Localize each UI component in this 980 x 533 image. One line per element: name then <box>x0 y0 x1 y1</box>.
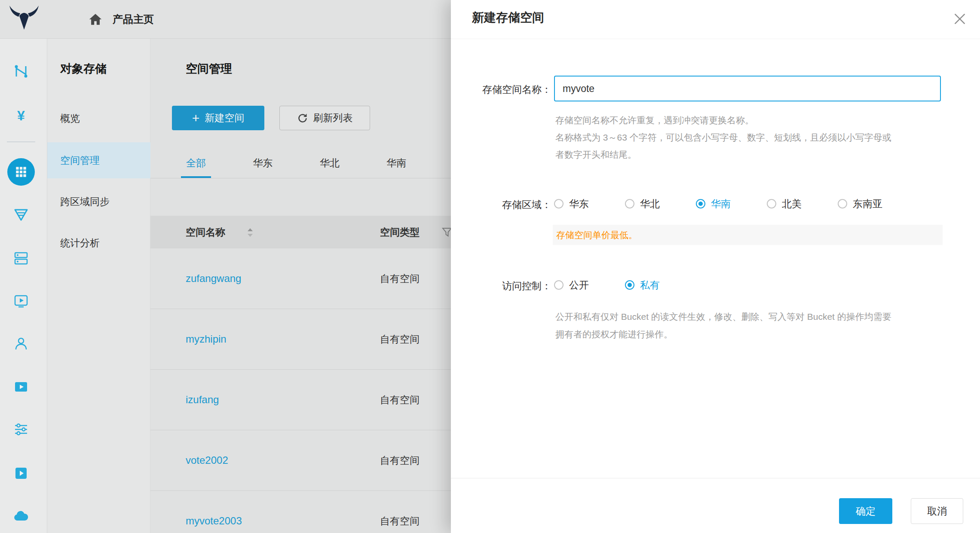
column-header-space-type: 空间类型 <box>380 216 420 248</box>
storage-grid-icon[interactable] <box>7 158 35 186</box>
drawer-footer-divider <box>451 478 980 478</box>
radio-region-north-america[interactable]: 北美 <box>767 197 802 211</box>
radio-icon <box>554 280 564 290</box>
radio-icon <box>625 199 634 208</box>
radio-icon <box>838 199 847 208</box>
bucket-name-input[interactable] <box>554 76 941 101</box>
refresh-list-button[interactable]: 刷新列表 <box>279 106 370 130</box>
refresh-icon <box>297 113 308 124</box>
plus-icon: + <box>192 112 200 125</box>
column-header-space-name: 空间名称 <box>186 216 225 248</box>
region-radio-group: 华东 华北 华南 北美 东南亚 <box>554 197 919 210</box>
bucket-name-link[interactable]: zufangwang <box>186 248 241 309</box>
equalizer-icon[interactable] <box>12 421 30 438</box>
page-title: 空间管理 <box>186 61 232 77</box>
bucket-name-link[interactable]: izufang <box>186 370 219 430</box>
cloud-icon[interactable] <box>12 507 30 524</box>
radio-icon <box>554 199 564 208</box>
avatar-icon[interactable] <box>12 335 30 352</box>
drawer-title: 新建存储空间 <box>472 9 544 26</box>
bucket-type-cell: 自有空间 <box>380 248 420 309</box>
radio-region-south[interactable]: 华南 <box>696 197 731 211</box>
sidebar-item-overview[interactable]: 概览 <box>47 100 150 136</box>
tab-east-china[interactable]: 华东 <box>248 153 278 178</box>
radio-icon <box>696 199 705 208</box>
bucket-type-cell: 自有空间 <box>380 491 420 533</box>
sort-icon[interactable] <box>246 227 254 238</box>
new-space-button[interactable]: + 新建空间 <box>172 106 264 130</box>
tab-all[interactable]: 全部 <box>181 153 211 178</box>
access-control-label: 访问控制： <box>451 279 551 293</box>
product-icon-rail: ¥ <box>0 39 47 533</box>
streaming-triangle-icon[interactable] <box>12 206 30 223</box>
shelves-icon[interactable] <box>12 250 30 267</box>
bucket-name-link[interactable]: myvote2003 <box>186 491 242 533</box>
product-home-link[interactable]: 产品主页 <box>113 0 154 39</box>
cdn-icon[interactable] <box>12 63 30 80</box>
create-bucket-drawer: 新建存储空间 存储空间名称： 存储空间名称不允许重复，遇到冲突请更换名称。 名称… <box>451 0 980 533</box>
radio-region-southeast-asia[interactable]: 东南亚 <box>838 197 882 211</box>
app-root: 产品主页 ¥ <box>0 0 980 533</box>
sidebar-item-space-management[interactable]: 空间管理 <box>47 142 150 178</box>
rail-divider <box>7 141 35 142</box>
media-tv-icon[interactable] <box>12 292 30 309</box>
bucket-type-cell: 自有空间 <box>380 309 420 369</box>
player-icon[interactable] <box>12 378 30 395</box>
home-icon[interactable] <box>88 12 103 27</box>
close-icon[interactable] <box>953 12 967 26</box>
sidebar-item-statistics[interactable]: 统计分析 <box>47 225 150 261</box>
access-radio-group: 公开 私有 <box>554 279 696 291</box>
radio-access-public[interactable]: 公开 <box>554 279 589 292</box>
bucket-name-help: 存储空间名称不允许重复，遇到冲突请更换名称。 名称格式为 3～63 个字符，可以… <box>555 112 891 163</box>
bucket-name-label: 存储空间名称： <box>451 83 551 96</box>
radio-region-north[interactable]: 华北 <box>625 197 660 211</box>
bucket-name-link[interactable]: myzhipin <box>186 309 227 369</box>
bucket-type-cell: 自有空间 <box>380 370 420 430</box>
region-price-note: 存储空间单价最低。 <box>553 225 943 245</box>
radio-icon <box>767 199 776 208</box>
cancel-button[interactable]: 取消 <box>911 498 963 524</box>
tab-south-china[interactable]: 华南 <box>381 153 411 178</box>
radio-region-east[interactable]: 华东 <box>554 197 589 211</box>
confirm-button[interactable]: 确定 <box>839 498 892 524</box>
qiniu-bull-logo-icon[interactable] <box>8 4 40 33</box>
tab-north-china[interactable]: 华北 <box>315 153 345 178</box>
sidebar-title: 对象存储 <box>60 61 107 77</box>
region-label: 存储区域： <box>451 198 551 211</box>
access-control-help: 公开和私有仅对 Bucket 的读文件生效，修改、删除、写入等对 Bucket … <box>555 308 891 343</box>
bucket-type-cell: 自有空间 <box>380 430 420 490</box>
video-square-icon[interactable] <box>12 465 30 482</box>
storage-sidebar: 对象存储 概览 空间管理 跨区域同步 统计分析 <box>47 39 150 533</box>
bucket-name-link[interactable]: vote2002 <box>186 430 228 490</box>
radio-icon <box>625 280 634 290</box>
drawer-header-divider <box>451 39 980 39</box>
yen-icon[interactable]: ¥ <box>12 107 30 124</box>
radio-access-private[interactable]: 私有 <box>625 279 660 292</box>
sidebar-item-cross-region-sync[interactable]: 跨区域同步 <box>47 184 150 220</box>
